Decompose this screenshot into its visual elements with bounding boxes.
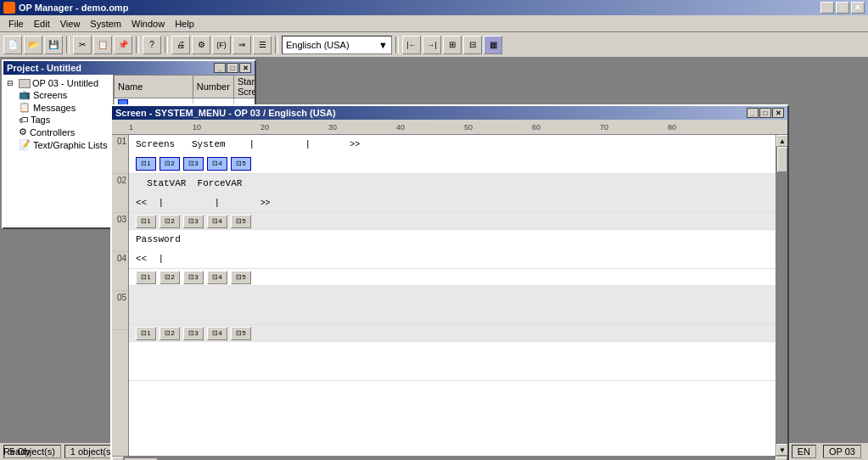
row03-buttons: ⊡1 ⊡2 ⊡3 ⊡4 ⊡5 [129,269,776,286]
cut-button[interactable]: ✂ [73,36,92,54]
scroll-right[interactable]: ▶ [776,457,787,461]
menu-window[interactable]: Window [126,17,170,31]
tree-item-tags[interactable]: 🏷 Tags [7,114,109,126]
btn-02-2[interactable]: ⊡2 [160,215,180,228]
btn-04-1[interactable]: ⊡1 [136,327,156,340]
screen-row-01: Screens System | | >> ⊡1 ⊡2 ⊡3 ⊡4 ⊡5 [129,135,776,174]
btn-02-3[interactable]: ⊡3 [183,215,204,228]
scroll-thumb-v[interactable] [777,147,787,172]
mark-50: 50 [464,123,473,132]
maximize-button[interactable]: □ [836,2,849,14]
open-button[interactable]: 📂 [24,36,42,54]
paste-button[interactable]: 📌 [114,36,132,54]
menu-system[interactable]: System [85,17,126,31]
project-close[interactable]: ✕ [239,63,251,73]
separator-3 [165,36,168,53]
btn-03-3[interactable]: ⊡3 [183,271,204,284]
btn-01-5[interactable]: ⊡5 [231,157,251,171]
scroll-left[interactable]: ◀ [112,457,124,461]
zoom-in-button[interactable]: |← [402,36,421,54]
mark-80: 80 [668,123,676,132]
screen-window-controls: _ □ ✕ [747,108,784,118]
screen-row-05 [129,342,776,381]
editor-area: 01 02 03 04 05 Screens System | | > [112,135,787,456]
help-button[interactable]: ? [143,36,161,54]
tags-label: Tags [31,115,50,125]
options-button[interactable]: ☰ [253,36,272,54]
scroll-thumb-h[interactable] [124,457,158,461]
copy-button[interactable]: 📋 [93,36,112,54]
grid-button[interactable]: ▦ [484,36,502,54]
btn-02-4[interactable]: ⊡4 [207,215,227,228]
app-title: OP Manager - demo.omp [19,3,128,13]
row04-line1 [129,286,776,306]
language-dropdown[interactable]: Englisch (USA) ▼ [282,36,392,54]
btn-04-4[interactable]: ⊡4 [207,327,227,340]
col-name: Name [115,76,193,98]
close-button[interactable]: ✕ [851,2,865,14]
minimize-button[interactable]: _ [820,2,834,14]
tree-item-messages[interactable]: 📋 Messages [7,101,109,114]
row05-line2 [129,362,776,381]
transfer-button[interactable]: ⇒ [232,36,251,54]
scroll-up[interactable]: ▲ [776,135,787,147]
zoom-out-button[interactable]: →| [423,36,441,54]
messages-icon: 📋 [19,102,31,113]
view-button[interactable]: ⊞ [443,36,462,54]
mark-20: 20 [260,123,269,132]
mark-70: 70 [600,123,608,132]
btn-04-2[interactable]: ⊡2 [160,327,180,340]
row04-buttons: ⊡1 ⊡2 ⊡3 ⊡4 ⊡5 [129,325,776,342]
btn-02-1[interactable]: ⊡1 [136,215,156,228]
btn-04-5[interactable]: ⊡5 [231,327,251,340]
row01-line2: ⊡1 ⊡2 ⊡3 ⊡4 ⊡5 [129,154,776,174]
row02-line1: StatVAR ForceVAR [129,174,776,194]
menu-edit[interactable]: Edit [29,17,55,31]
tree-root[interactable]: ⊟ OP 03 - Untitled [7,78,109,88]
btn-02-5[interactable]: ⊡5 [231,215,251,228]
compile-button[interactable]: ⚙ [192,36,210,54]
btn-04-3[interactable]: ⊡3 [183,327,204,340]
btn-03-1[interactable]: ⊡1 [136,271,156,284]
scroll-down[interactable]: ▼ [776,444,787,456]
row03-line1: Password [129,230,776,250]
btn-03-5[interactable]: ⊡5 [231,271,251,284]
btn-01-1[interactable]: ⊡1 [136,157,156,171]
save-button[interactable]: 💾 [44,36,63,54]
print-button[interactable]: 🖨 [171,36,190,54]
screen-title-bar: Screen - SYSTEM_MENU - OP 03 / Englisch … [112,106,787,120]
tree-item-controllers[interactable]: ⚙ Controllers [7,126,109,138]
func-button[interactable]: (F) [212,36,231,54]
project-maximize[interactable]: □ [227,63,238,73]
menu-help[interactable]: Help [170,17,199,31]
screen-content: 1 10 20 30 40 50 60 70 80 01 02 03 [112,120,787,460]
btn-01-4[interactable]: ⊡4 [207,157,227,171]
linenum-01: 01 [112,135,128,174]
row03-controls: << | [129,250,776,269]
scroll-track-h[interactable] [124,457,776,461]
ready-status: Ready [3,446,31,457]
new-button[interactable]: 📄 [3,36,22,54]
layout-button[interactable]: ⊟ [463,36,482,54]
screen-row-03: Password << | [129,230,776,269]
tree-item-screens[interactable]: 📺 Screens [7,88,109,101]
btn-03-4[interactable]: ⊡4 [207,271,227,284]
scroll-track-v[interactable] [776,147,787,444]
btn-01-3[interactable]: ⊡3 [183,157,204,171]
screen-maximize[interactable]: □ [759,108,771,118]
tags-icon: 🏷 [19,115,28,125]
screens-icon: 📺 [19,89,31,100]
linenum-02: 02 [112,174,128,213]
screen-close[interactable]: ✕ [772,108,784,118]
btn-01-2[interactable]: ⊡2 [160,157,180,171]
project-minimize[interactable]: _ [214,63,226,73]
row04-line2 [129,306,776,325]
tree-item-lists[interactable]: 📝 Text/Graphic Lists [7,138,109,151]
linenum-05: 05 [112,291,128,330]
screen-minimize[interactable]: _ [747,108,759,118]
lists-label: Text/Graphic Lists [33,140,107,150]
btn-03-2[interactable]: ⊡2 [160,271,180,284]
screen-window: Screen - SYSTEM_MENU - OP 03 / Englisch … [110,104,789,460]
menu-file[interactable]: File [3,17,29,31]
menu-view[interactable]: View [55,17,86,31]
